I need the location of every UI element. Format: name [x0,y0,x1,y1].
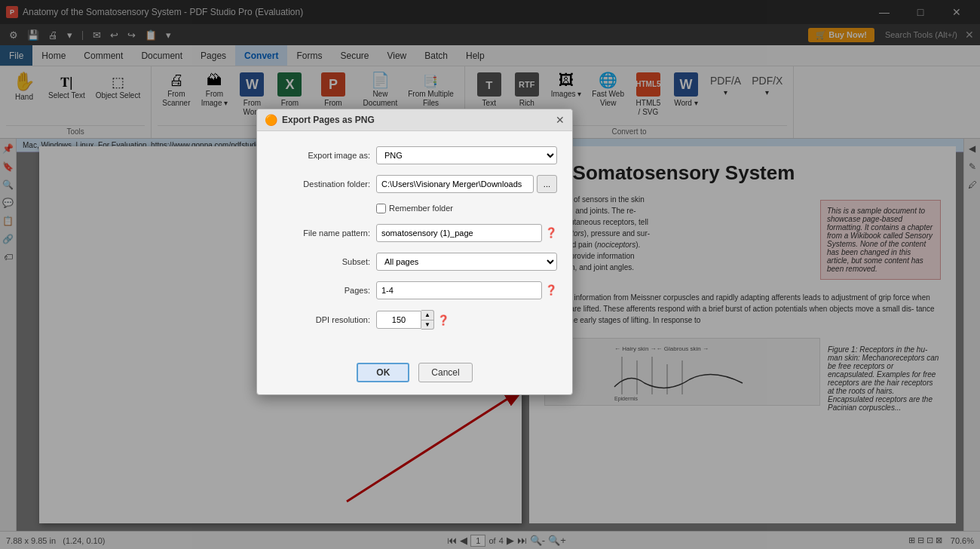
destination-folder-input[interactable] [376,175,534,193]
export-dialog: 🟠 Export Pages as PNG ✕ Export image as:… [256,109,573,395]
dpi-increment-button[interactable]: ▲ [421,311,433,321]
dialog-buttons: OK Cancel [257,355,572,394]
file-name-pattern-label: File name pattern: [272,228,370,238]
destination-folder-row: Destination folder: ... [272,175,557,193]
dialog-icon: 🟠 [265,114,277,126]
dpi-resolution-control: ▲ ▼ ❓ [376,310,557,330]
pages-label: Pages: [272,286,370,295]
subset-select[interactable]: All pages Even pages Odd pages [376,253,557,271]
subset-row: Subset: All pages Even pages Odd pages [272,253,557,271]
cancel-button[interactable]: Cancel [418,363,472,382]
file-name-pattern-row: File name pattern: ❓ [272,224,557,242]
browse-button[interactable]: ... [537,175,557,193]
remember-folder-label: Remember folder [389,204,453,213]
pages-row: Pages: ❓ [272,281,557,299]
export-image-as-control: PNG JPEG TIFF BMP [376,146,557,164]
dialog-title-bar: 🟠 Export Pages as PNG ✕ [257,109,572,131]
dpi-resolution-label: DPI resolution: [272,315,370,324]
export-image-as-label: Export image as: [272,151,370,160]
destination-folder-control: ... [376,175,557,193]
dpi-decrement-button[interactable]: ▼ [421,321,433,330]
export-image-as-row: Export image as: PNG JPEG TIFF BMP [272,146,557,164]
pages-control: ❓ [376,281,557,299]
dpi-help-icon[interactable]: ❓ [437,314,449,326]
dpi-spinner: ▲ ▼ [376,310,434,330]
file-name-pattern-control: ❓ [376,224,557,242]
subset-label: Subset: [272,257,370,266]
dialog-title: 🟠 Export Pages as PNG [265,114,375,126]
file-name-help-icon[interactable]: ❓ [545,227,557,238]
dpi-resolution-row: DPI resolution: ▲ ▼ ❓ [272,310,557,330]
ok-button[interactable]: OK [357,363,409,382]
export-image-as-select[interactable]: PNG JPEG TIFF BMP [376,146,557,164]
dialog-body: Export image as: PNG JPEG TIFF BMP Desti… [257,131,572,355]
pages-help-icon[interactable]: ❓ [545,284,557,296]
dpi-input[interactable] [376,311,421,329]
destination-folder-label: Destination folder: [272,179,370,189]
dialog-close-button[interactable]: ✕ [556,114,565,126]
pages-input[interactable] [376,281,542,299]
remember-folder-row: Remember folder [376,204,557,213]
dialog-overlay: 🟠 Export Pages as PNG ✕ Export image as:… [0,0,980,549]
file-name-pattern-input[interactable] [376,224,542,242]
remember-folder-checkbox[interactable] [376,204,386,213]
subset-control: All pages Even pages Odd pages [376,253,557,271]
